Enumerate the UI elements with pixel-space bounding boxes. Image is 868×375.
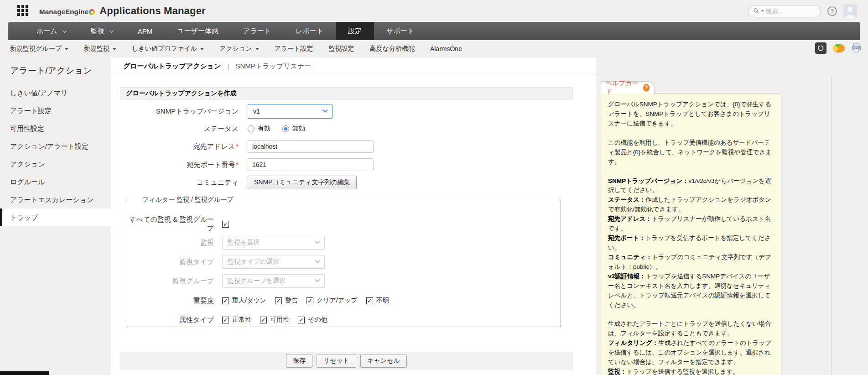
pie-chart-icon[interactable] — [833, 44, 845, 52]
search-box[interactable] — [748, 5, 821, 17]
checkbox-icon[interactable] — [298, 317, 305, 323]
filter-fieldset: フィルター 監視 / 監視グループ すべての監視 & 監視グループ 監視 監視を… — [127, 196, 561, 327]
search-caret-icon[interactable] — [761, 10, 764, 12]
help-card-tab[interactable]: ヘルプカード ? — [601, 81, 655, 94]
nav-tab-7[interactable]: サポート — [374, 22, 426, 40]
brand-name: ManageEngine — [39, 8, 88, 16]
bottom-edge-artifact — [0, 371, 49, 375]
severity-checkbox-0[interactable]: 重大/ダウン — [222, 297, 266, 305]
subnav-item-label: AlarmsOne — [430, 45, 462, 52]
sidebar-list: しきい値/アノマリアラート設定可用性設定アクション/アラート設定アクションログル… — [0, 84, 111, 226]
nav-tab-label: ホーム — [36, 27, 57, 36]
attribute-checkbox-1[interactable]: 可用性 — [260, 316, 289, 324]
monitor-type-label: 監視タイプ — [127, 258, 214, 266]
search-input[interactable] — [766, 8, 811, 15]
radio-selected-icon[interactable] — [282, 125, 289, 132]
snmp-version-value: v1 — [253, 108, 260, 115]
monitor-type-select[interactable]: 監視タイプの選択 — [222, 255, 325, 269]
radio-unselected-icon[interactable] — [248, 125, 255, 132]
attribute-checkbox-label: 正常性 — [232, 316, 251, 324]
subnav-item-7[interactable]: AlarmsOne — [430, 45, 462, 52]
save-button[interactable]: 保存 — [286, 354, 312, 368]
destination-port-input[interactable] — [248, 158, 374, 171]
monitor-group-select[interactable]: 監視グループを選択 — [222, 274, 325, 288]
status-radio-1[interactable]: 無効 — [282, 125, 305, 133]
tab-global-trap-action[interactable]: グローバルトラップアクション — [123, 62, 221, 71]
destination-address-input[interactable] — [248, 140, 374, 153]
checkbox-icon[interactable] — [366, 297, 373, 304]
app-window: ManageEngine Applications Manager ? ホーム監… — [0, 0, 868, 375]
checkbox-icon[interactable] — [275, 297, 282, 304]
monitor-label: 監視 — [127, 239, 214, 247]
help-line: 監視：トラップを送信する監視を選択します。 — [608, 367, 774, 375]
sidebar-item-5[interactable]: ログルール — [0, 173, 111, 191]
severity-checkbox-1[interactable]: 警告 — [275, 297, 298, 305]
refresh-icon[interactable] — [815, 42, 826, 54]
severity-checkbox-label: 重大/ダウン — [232, 297, 266, 305]
caret-down-icon — [65, 48, 68, 50]
printer-icon[interactable] — [851, 43, 862, 53]
trap-action-form: グローバルトラップアクションを作成 SNMPトラップバージョン v1 ステータス… — [111, 87, 573, 370]
nav-tab-1[interactable]: 監視 — [78, 22, 125, 40]
nav-tab-4[interactable]: アラート — [231, 22, 283, 40]
help-question-icon[interactable]: ? — [643, 84, 650, 92]
nav-tab-2[interactable]: APM — [125, 22, 165, 40]
checkbox-icon[interactable] — [260, 317, 267, 323]
nav-tab-5[interactable]: レポート — [283, 22, 336, 40]
subnav-item-2[interactable]: しきい値プロファイル — [132, 45, 204, 53]
subnav-item-3[interactable]: アクション — [219, 45, 259, 53]
secondary-nav: 新規監視グループ新規監視しきい値プロファイルアクションアラート設定監視設定高度な… — [0, 40, 868, 57]
chevron-down-icon — [315, 239, 320, 244]
checkbox-icon[interactable] — [307, 297, 313, 304]
caret-down-icon — [113, 48, 116, 50]
attribute-type-label: 属性タイプ — [127, 316, 214, 324]
severity-checkbox-3[interactable]: 不明 — [366, 297, 389, 305]
sidebar-item-2[interactable]: 可用性設定 — [0, 120, 111, 137]
user-avatar[interactable] — [843, 4, 857, 18]
destination-address-label: 宛先アドレス* — [120, 142, 239, 151]
form-title: グローバルトラップアクションを作成 — [120, 87, 573, 100]
severity-checkbox-2[interactable]: クリア/アップ — [307, 297, 358, 305]
status-radio-0[interactable]: 有効 — [248, 125, 270, 133]
checkbox-icon[interactable] — [222, 317, 229, 323]
subnav-item-0[interactable]: 新規監視グループ — [10, 45, 68, 53]
tab-snmp-trap-listener[interactable]: SNMPトラップリスナー — [235, 62, 311, 71]
snmp-version-select[interactable]: v1 — [248, 104, 333, 119]
secondary-nav-icons — [815, 42, 862, 54]
monitor-select[interactable]: 監視を選択 — [222, 236, 325, 250]
cancel-button[interactable]: キャンセル — [360, 354, 407, 368]
nav-tab-0[interactable]: ホーム — [24, 22, 78, 40]
sidebar-item-6[interactable]: アラートエスカレーション — [0, 191, 111, 208]
subnav-item-1[interactable]: 新規監視 — [84, 45, 116, 53]
checkbox-icon[interactable] — [222, 297, 229, 304]
nav-tab-3[interactable]: ユーザー体感 — [165, 22, 231, 40]
sidebar-item-3[interactable]: アクション/アラート設定 — [0, 137, 111, 155]
sidebar-item-0[interactable]: しきい値/アノマリ — [0, 84, 111, 102]
sidebar-item-7[interactable]: トラップ — [0, 208, 111, 226]
attribute-checkbox-label: その他 — [308, 316, 327, 324]
edit-community-string-button[interactable]: SNMPコミュニティ文字列の編集 — [248, 176, 357, 189]
help-icon[interactable]: ? — [827, 6, 837, 16]
severity-checkbox-label: 不明 — [376, 297, 389, 305]
app-grid-icon[interactable] — [17, 5, 29, 17]
severity-label: 重要度 — [127, 297, 214, 305]
subnav-item-label: 高度な分析機能 — [370, 45, 415, 53]
subnav-item-5[interactable]: 監視設定 — [329, 45, 354, 53]
sidebar-title: アラート/アクション — [10, 65, 111, 77]
severity-checkbox-label: クリア/アップ — [317, 297, 358, 305]
monitor-group-label: 監視グループ — [127, 277, 214, 286]
attribute-checkbox-0[interactable]: 正常性 — [222, 316, 251, 324]
nav-tab-label: レポート — [296, 27, 323, 36]
subnav-item-4[interactable]: アラート設定 — [275, 45, 313, 53]
subnav-item-6[interactable]: 高度な分析機能 — [370, 45, 415, 53]
help-line: 宛先アドレス：トラップリスナーが動作しているホスト名です。 — [608, 214, 774, 234]
nav-tab-6[interactable]: 設定 — [336, 22, 374, 40]
all-monitors-checkbox[interactable] — [222, 221, 229, 228]
chevron-down-icon — [322, 108, 327, 113]
sidebar-item-1[interactable]: アラート設定 — [0, 102, 111, 120]
help-line: ステータス：作成したトラップアクションをラジオボタンで有効化/無効化できます。 — [608, 195, 774, 214]
sidebar-item-4[interactable]: アクション — [0, 155, 111, 173]
logo: ManageEngine Applications Manager — [39, 5, 206, 17]
reset-button[interactable]: リセット — [317, 354, 356, 368]
attribute-checkbox-2[interactable]: その他 — [298, 316, 327, 324]
